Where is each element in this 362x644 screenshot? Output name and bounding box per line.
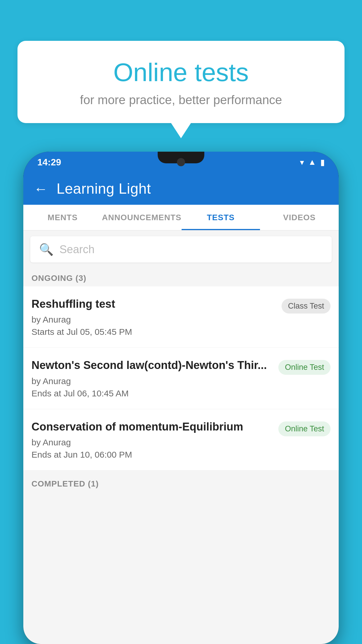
test-name-2: Newton's Second law(contd)-Newton's Thir…	[31, 358, 273, 372]
test-name-1: Reshuffling test	[31, 297, 276, 311]
test-item-1[interactable]: Reshuffling test by Anurag Starts at Jul…	[23, 286, 339, 348]
status-icons: ▾ ▲ ▮	[300, 158, 325, 167]
tab-ments[interactable]: MENTS	[23, 205, 102, 230]
status-bar: 14:29 ▾ ▲ ▮	[23, 152, 339, 173]
search-placeholder: Search	[59, 243, 94, 256]
test-author-2: by Anurag	[31, 376, 273, 386]
test-badge-3: Online Test	[278, 421, 331, 436]
speech-bubble: Online tests for more practice, better p…	[17, 41, 345, 123]
test-author-1: by Anurag	[31, 315, 276, 325]
tab-tests[interactable]: TESTS	[182, 205, 260, 230]
phone-frame: 14:29 ▾ ▲ ▮ ← Learning Light MENTS ANNOU…	[23, 152, 339, 644]
test-info-3: Conservation of momentum-Equilibrium by …	[31, 420, 273, 460]
tab-bar: MENTS ANNOUNCEMENTS TESTS VIDEOS	[23, 205, 339, 230]
app-bar: ← Learning Light	[23, 173, 339, 205]
camera-notch	[177, 158, 185, 166]
battery-icon: ▮	[320, 158, 325, 167]
test-info-1: Reshuffling test by Anurag Starts at Jul…	[31, 297, 276, 337]
test-item-2[interactable]: Newton's Second law(contd)-Newton's Thir…	[23, 348, 339, 409]
test-badge-2: Online Test	[278, 360, 331, 375]
test-badge-1: Class Test	[282, 299, 331, 314]
wifi-icon: ▾	[300, 158, 304, 167]
test-author-3: by Anurag	[31, 438, 273, 447]
ongoing-section-header: ONGOING (3)	[23, 268, 339, 286]
bubble-title: Online tests	[38, 58, 324, 87]
completed-section-header: COMPLETED (1)	[23, 474, 339, 492]
tab-videos[interactable]: VIDEOS	[260, 205, 339, 230]
test-item-3[interactable]: Conservation of momentum-Equilibrium by …	[23, 409, 339, 470]
back-button[interactable]: ←	[34, 181, 48, 197]
tab-announcements[interactable]: ANNOUNCEMENTS	[102, 205, 182, 230]
app-title: Learning Light	[57, 180, 151, 197]
search-icon: 🔍	[39, 243, 54, 256]
search-bar[interactable]: 🔍 Search	[30, 236, 332, 262]
signal-icon: ▲	[308, 158, 316, 167]
test-info-2: Newton's Second law(contd)-Newton's Thir…	[31, 358, 273, 398]
test-name-3: Conservation of momentum-Equilibrium	[31, 420, 273, 434]
test-time-2: Ends at Jul 06, 10:45 AM	[31, 388, 273, 398]
status-time: 14:29	[37, 157, 61, 168]
test-time-3: Ends at Jun 10, 06:00 PM	[31, 450, 273, 460]
content-area: 🔍 Search ONGOING (3) Reshuffling test by…	[23, 230, 339, 644]
test-time-1: Starts at Jul 05, 05:45 PM	[31, 327, 276, 337]
bubble-subtitle: for more practice, better performance	[38, 93, 324, 107]
test-list: Reshuffling test by Anurag Starts at Jul…	[23, 286, 339, 470]
